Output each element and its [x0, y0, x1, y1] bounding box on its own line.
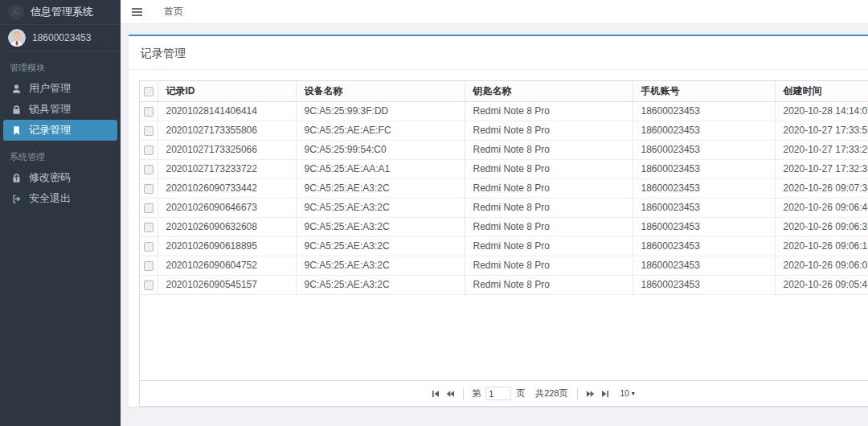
grid-scroll-area: 记录ID 设备名称 钥匙名称 手机账号 创建时间 202010281414064…: [140, 81, 868, 380]
cell-record-id: 20201026090632608: [158, 217, 296, 236]
row-checkbox[interactable]: [144, 242, 154, 252]
next-page-button[interactable]: [583, 387, 598, 401]
next-page-icon: [586, 389, 596, 399]
sidebar-item-lock-management[interactable]: 锁具管理: [0, 99, 121, 120]
avatar: [8, 29, 26, 47]
table-row[interactable]: 20201026090618895 9C:A5:25:AE:A3:2C Redm…: [140, 236, 868, 256]
first-page-button[interactable]: [428, 387, 443, 401]
cell-record-id: 20201027173233722: [158, 159, 296, 178]
sidebar-item-logout[interactable]: 安全退出: [0, 188, 121, 209]
hamburger-icon: [132, 6, 142, 18]
password-lock-icon: [11, 173, 22, 183]
cell-device-name: 9C:A5:25:99:3F:DD: [296, 101, 465, 121]
table-row[interactable]: 20201028141406414 9C:A5:25:99:3F:DD Redm…: [140, 101, 868, 121]
page-suffix-label: 页: [516, 387, 525, 399]
page-prefix-label: 第: [472, 387, 481, 399]
cell-record-id: 20201026090618895: [158, 236, 296, 256]
cell-created-time: 2020-10-26 09:05:45: [775, 275, 868, 294]
cell-key-name: Redmi Note 8 Pro: [465, 275, 633, 294]
table-row[interactable]: 20201026090733442 9C:A5:25:AE:A3:2C Redm…: [140, 178, 868, 198]
row-checkbox[interactable]: [144, 281, 154, 290]
cell-key-name: Redmi Note 8 Pro: [465, 256, 633, 275]
bookmark-icon: [11, 125, 22, 136]
cell-key-name: Redmi Note 8 Pro: [465, 217, 633, 236]
cell-phone-account: 18600023453: [633, 256, 775, 275]
table-header-row: 记录ID 设备名称 钥匙名称 手机账号 创建时间: [140, 81, 868, 101]
section-label-system: 系统管理: [10, 151, 121, 163]
table-row[interactable]: 20201027173355806 9C:A5:25:AE:AE:FC Redm…: [140, 121, 868, 140]
column-header-record-id[interactable]: 记录ID: [158, 81, 296, 101]
cell-key-name: Redmi Note 8 Pro: [465, 159, 633, 178]
previous-page-icon: [445, 389, 455, 399]
logout-icon: [11, 194, 22, 204]
row-checkbox[interactable]: [144, 261, 154, 271]
cell-key-name: Redmi Note 8 Pro: [465, 236, 633, 256]
sidebar: 信息管理系统 18600023453 管理模块 用户管理: [0, 0, 121, 426]
content-area: 记录管理 记录ID 设备名称 钥匙名称: [121, 35, 868, 426]
table-row[interactable]: 20201026090604752 9C:A5:25:AE:A3:2C Redm…: [140, 256, 868, 275]
pager-divider: [577, 388, 578, 399]
row-checkbox[interactable]: [144, 145, 154, 155]
cell-created-time: 2020-10-26 09:06:05: [775, 256, 868, 275]
table-row[interactable]: 20201027173325066 9C:A5:25:99:54:C0 Redm…: [140, 140, 868, 159]
cell-device-name: 9C:A5:25:AE:A3:2C: [296, 275, 465, 294]
cell-record-id: 20201027173355806: [158, 121, 296, 140]
table-row[interactable]: 20201026090646673 9C:A5:25:AE:A3:2C Redm…: [140, 198, 868, 217]
cell-record-id: 20201027173325066: [158, 140, 296, 159]
cell-key-name: Redmi Note 8 Pro: [465, 121, 633, 140]
sidebar-item-user-management[interactable]: 用户管理: [0, 78, 121, 99]
row-checkbox[interactable]: [144, 107, 154, 117]
brand: 信息管理系统: [0, 0, 121, 25]
sidebar-item-label: 用户管理: [29, 81, 71, 96]
cell-key-name: Redmi Note 8 Pro: [465, 178, 633, 198]
cell-phone-account: 18600023453: [633, 178, 775, 198]
page-size-value: 10: [620, 389, 629, 398]
tab-home[interactable]: 首页: [153, 0, 194, 24]
cell-key-name: Redmi Note 8 Pro: [465, 101, 633, 121]
page-title: 记录管理: [141, 47, 186, 59]
chevron-down-icon: ▾: [632, 390, 635, 397]
main-area: 首页 记录管理 记录ID 设备名称: [121, 0, 868, 426]
sidebar-item-change-password[interactable]: 修改密码: [0, 167, 121, 188]
top-navbar: 首页: [121, 0, 868, 24]
pager-divider: [463, 388, 464, 399]
cell-device-name: 9C:A5:25:AE:AE:FC: [296, 121, 465, 140]
cell-created-time: 2020-10-27 17:33:55: [775, 121, 868, 140]
cell-key-name: Redmi Note 8 Pro: [465, 198, 633, 217]
column-header-phone-account[interactable]: 手机账号: [633, 81, 775, 101]
sidebar-item-record-management[interactable]: 记录管理: [3, 120, 117, 141]
cell-created-time: 2020-10-26 09:06:18: [775, 236, 868, 256]
row-checkbox[interactable]: [144, 203, 154, 213]
sidebar-toggle-button[interactable]: [121, 0, 153, 24]
section-label-management: 管理模块: [10, 62, 121, 74]
previous-page-button[interactable]: [443, 387, 457, 401]
column-header-key-name[interactable]: 钥匙名称: [465, 81, 633, 101]
cell-phone-account: 18600023453: [633, 140, 775, 159]
table-row[interactable]: 20201026090632608 9C:A5:25:AE:A3:2C Redm…: [140, 217, 868, 236]
last-page-icon: [600, 389, 610, 399]
row-checkbox[interactable]: [144, 165, 154, 174]
pager: 第 页 共228页 10 ▾: [140, 380, 868, 406]
column-header-device-name[interactable]: 设备名称: [296, 81, 465, 101]
column-header-created-time[interactable]: 创建时间: [775, 81, 868, 101]
cell-created-time: 2020-10-26 09:06:46: [775, 198, 868, 217]
row-checkbox[interactable]: [144, 184, 154, 194]
cell-phone-account: 18600023453: [633, 198, 775, 217]
last-page-button[interactable]: [598, 387, 612, 401]
cell-device-name: 9C:A5:25:AE:A3:2C: [296, 217, 465, 236]
cell-record-id: 20201026090604752: [158, 256, 296, 275]
page-size-select[interactable]: 10 ▾: [620, 389, 635, 398]
page-number-input[interactable]: [485, 387, 511, 400]
row-checkbox[interactable]: [144, 126, 154, 136]
app-title: 信息管理系统: [31, 5, 93, 19]
select-all-checkbox[interactable]: [144, 87, 154, 96]
user-phone: 18600023453: [32, 32, 91, 43]
table-row[interactable]: 20201026090545157 9C:A5:25:AE:A3:2C Redm…: [140, 275, 868, 294]
row-checkbox[interactable]: [144, 223, 154, 232]
table-row[interactable]: 20201027173233722 9C:A5:25:AE:AA:A1 Redm…: [140, 159, 868, 178]
table-body: 20201028141406414 9C:A5:25:99:3F:DD Redm…: [140, 101, 868, 294]
cell-created-time: 2020-10-28 14:14:07: [775, 101, 868, 121]
cell-phone-account: 18600023453: [633, 275, 775, 294]
cell-device-name: 9C:A5:25:AE:AA:A1: [296, 159, 465, 178]
cell-phone-account: 18600023453: [633, 121, 775, 140]
